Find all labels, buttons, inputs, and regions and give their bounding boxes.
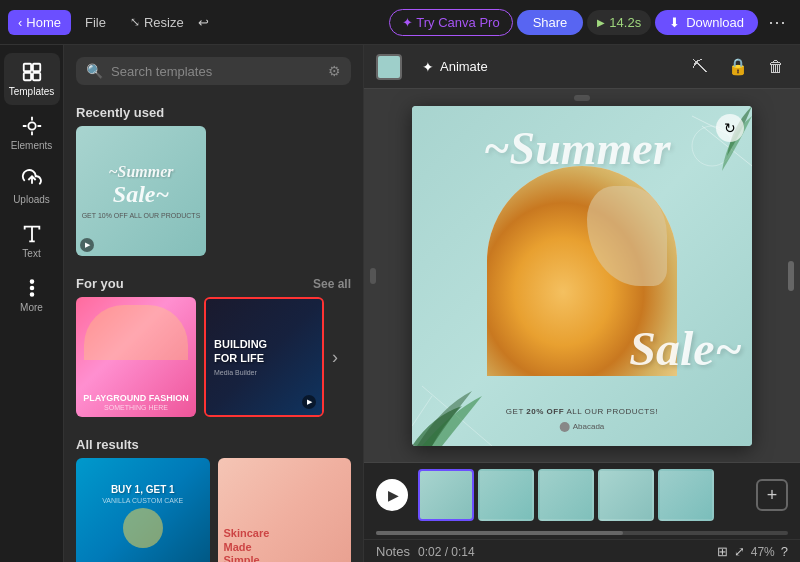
- offer-text: GET 20% OFF ALL OUR PRODUCTS!: [506, 407, 658, 416]
- timer-label: 14.2s: [609, 15, 641, 30]
- play-button[interactable]: ▶: [376, 479, 408, 511]
- canva-pro-label: ✦ Try Canva Pro: [402, 15, 500, 30]
- refresh-canvas-button[interactable]: ↻: [716, 114, 744, 142]
- zoom-fit-button[interactable]: ⤢: [734, 544, 745, 559]
- canvas-section: ✦ Animate ⛏ 🔒 🗑: [364, 45, 800, 562]
- svg-point-5: [30, 280, 33, 283]
- svg-rect-0: [23, 64, 30, 71]
- scroll-left-handle[interactable]: [370, 268, 376, 284]
- template-summer-sale-recent[interactable]: ~Summer Sale~ GET 10% OFF ALL OUR PRODUC…: [76, 126, 206, 256]
- sidebar-item-text[interactable]: Text: [4, 215, 60, 267]
- summer-background: ~Summer Sale~: [412, 106, 752, 446]
- uploads-label: Uploads: [13, 194, 50, 205]
- all-results-grid: BUY 1, GET 1 VANILLA CUSTOM CAKE Skincar…: [64, 458, 363, 562]
- notes-button[interactable]: Notes: [376, 544, 410, 559]
- all-results-section-title: All results: [64, 429, 363, 458]
- canvas-viewport: ~Summer Sale~: [364, 89, 800, 462]
- home-button[interactable]: ‹ Home: [8, 10, 71, 35]
- file-button[interactable]: File: [75, 10, 116, 35]
- sidebar-icons: Templates Elements Uploads Text: [0, 45, 64, 562]
- scroll-right-handle[interactable]: [788, 261, 794, 291]
- resize-label: Resize: [144, 15, 184, 30]
- more-label: More: [20, 302, 43, 313]
- animate-label: Animate: [440, 59, 488, 74]
- text-icon: [21, 223, 43, 245]
- svg-point-7: [30, 293, 33, 296]
- recently-used-grid: ~Summer Sale~ GET 10% OFF ALL OUR PRODUC…: [64, 126, 363, 268]
- more-icon: ⋯: [768, 12, 786, 32]
- play-icon-recent: ▶: [80, 238, 94, 252]
- add-icon: +: [767, 485, 778, 506]
- trash-icon: 🗑: [768, 58, 784, 75]
- search-icon: 🔍: [86, 63, 103, 79]
- template-skincare[interactable]: SkincareMadeSimple: [218, 458, 352, 562]
- timeline-thumb-2[interactable]: [478, 469, 534, 521]
- filter-icon[interactable]: ⚙: [328, 63, 341, 79]
- timeline-scrollbar-thumb[interactable]: [376, 531, 623, 535]
- template-buy-get[interactable]: BUY 1, GET 1 VANILLA CUSTOM CAKE: [76, 458, 210, 562]
- sidebar-item-more[interactable]: More: [4, 269, 60, 321]
- timeline-thumb-5[interactable]: [658, 469, 714, 521]
- svg-point-6: [30, 287, 33, 290]
- file-label: File: [85, 15, 106, 30]
- timer-button[interactable]: ▶ 14.2s: [587, 10, 651, 35]
- try-canva-pro-button[interactable]: ✦ Try Canva Pro: [389, 9, 513, 36]
- animate-icon: ✦: [422, 59, 434, 75]
- timeline-area: ▶ + Notes 0:02 /: [364, 462, 800, 562]
- timeline-thumb-3[interactable]: [538, 469, 594, 521]
- add-scene-button[interactable]: +: [756, 479, 788, 511]
- more-options-button[interactable]: ⋯: [762, 6, 792, 38]
- resize-icon: ⤡: [130, 15, 140, 29]
- template-playground-fashion[interactable]: playground fashion SOMETHING HERE: [76, 297, 196, 417]
- timeline-controls: ▶ +: [364, 463, 800, 527]
- settings-icon-btn[interactable]: ⛏: [688, 54, 712, 80]
- sidebar-item-elements[interactable]: Elements: [4, 107, 60, 159]
- play-triangle-icon: ▶: [388, 487, 399, 503]
- download-button[interactable]: ⬇ Download: [655, 10, 758, 35]
- design-canvas: ~Summer Sale~: [412, 106, 752, 446]
- animate-button[interactable]: ✦ Animate: [414, 55, 496, 79]
- brand-text: Abacada: [560, 422, 605, 432]
- sale-text: Sale~: [629, 321, 742, 376]
- more-icon: [21, 277, 43, 299]
- notes-label: Notes: [376, 544, 410, 559]
- fullscreen-icon-btn[interactable]: ⊞: [717, 544, 728, 559]
- sidebar-item-uploads[interactable]: Uploads: [4, 161, 60, 213]
- elements-label: Elements: [11, 140, 53, 151]
- download-icon: ⬇: [669, 15, 680, 30]
- for-you-next-arrow[interactable]: ›: [332, 347, 338, 368]
- canvas-toolbar: ✦ Animate ⛏ 🔒 🗑: [364, 45, 800, 89]
- share-button[interactable]: Share: [517, 10, 584, 35]
- sidebar-item-templates[interactable]: Templates: [4, 53, 60, 105]
- color-swatch[interactable]: [376, 54, 402, 80]
- delete-button[interactable]: 🗑: [764, 54, 788, 80]
- play-icon-building: ▶: [302, 395, 316, 409]
- timeline-footer: Notes 0:02 / 0:14 ⊞ ⤢ 47% ?: [364, 539, 800, 562]
- elements-icon: [21, 115, 43, 137]
- settings-icon: ⛏: [692, 58, 708, 75]
- resize-button[interactable]: ⤡ Resize: [120, 10, 194, 35]
- home-label: Home: [26, 15, 61, 30]
- see-all-button[interactable]: See all: [313, 277, 351, 291]
- help-button[interactable]: ?: [781, 544, 788, 559]
- template-building-for-life[interactable]: BUILDINGFOR LIFE Media Builder ▶: [204, 297, 324, 417]
- play-icon-small: ▶: [597, 17, 605, 28]
- timeline-thumb-1[interactable]: [418, 469, 474, 521]
- leaf-bottom-left: [412, 356, 502, 446]
- search-input[interactable]: [111, 64, 320, 79]
- templates-icon: [21, 61, 43, 83]
- timeline-scrollbar[interactable]: [376, 531, 788, 535]
- templates-label: Templates: [9, 86, 55, 97]
- lock-button[interactable]: 🔒: [724, 53, 752, 80]
- svg-rect-3: [32, 73, 39, 80]
- zoom-controls: ⊞ ⤢ 47% ?: [717, 544, 788, 559]
- undo-button[interactable]: ↩: [198, 15, 209, 30]
- svg-point-4: [28, 122, 35, 129]
- text-label: Text: [22, 248, 40, 259]
- recently-used-section-title: Recently used: [64, 97, 363, 126]
- timeline-thumb-4[interactable]: [598, 469, 654, 521]
- for-you-section-title: For you See all: [64, 268, 363, 297]
- scroll-top-handle[interactable]: [574, 95, 590, 101]
- search-bar-container: 🔍 ⚙: [76, 57, 351, 85]
- templates-panel: 🔍 ⚙ Recently used ~Summer Sale~ GET 10% …: [64, 45, 364, 562]
